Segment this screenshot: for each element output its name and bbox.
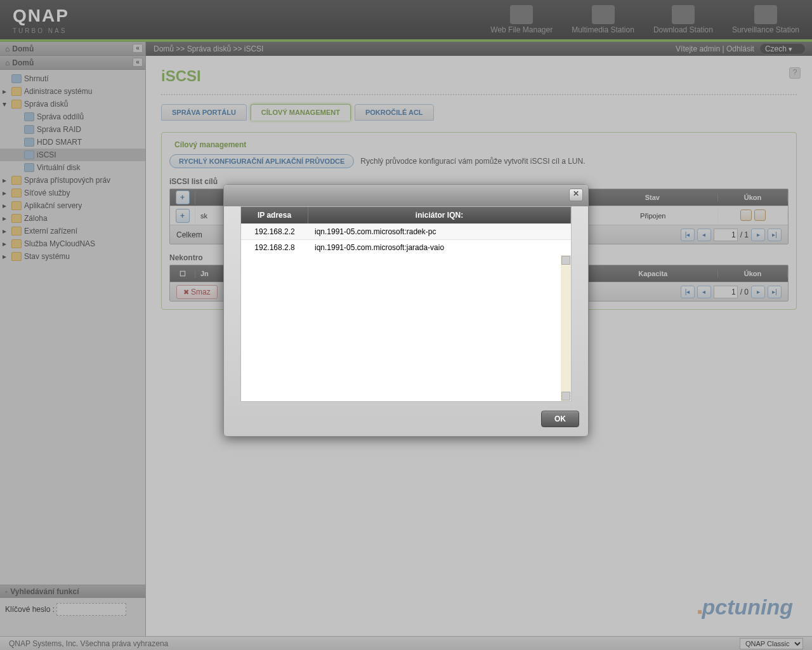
ok-button[interactable]: OK	[541, 411, 579, 427]
table-row[interactable]: 192.168.2.2iqn.1991-05.com.microsoft:rad…	[241, 223, 571, 239]
table-row[interactable]: 192.168.2.8iqn.1991-05.com.microsoft:jar…	[241, 239, 571, 255]
modal-titlebar: ✕	[224, 185, 588, 206]
modal-table-header: IP adresa iniciátor IQN:	[241, 207, 571, 223]
scrollbar[interactable]	[561, 255, 571, 401]
modal-scroll-area	[241, 255, 571, 401]
scroll-up-icon[interactable]	[561, 256, 570, 265]
close-icon[interactable]: ✕	[569, 189, 583, 201]
initiator-modal: ✕ IP adresa iniciátor IQN: 192.168.2.2iq…	[223, 184, 589, 437]
scroll-down-icon[interactable]	[561, 392, 570, 401]
modal-overlay: ✕ IP adresa iniciátor IQN: 192.168.2.2iq…	[0, 0, 812, 650]
